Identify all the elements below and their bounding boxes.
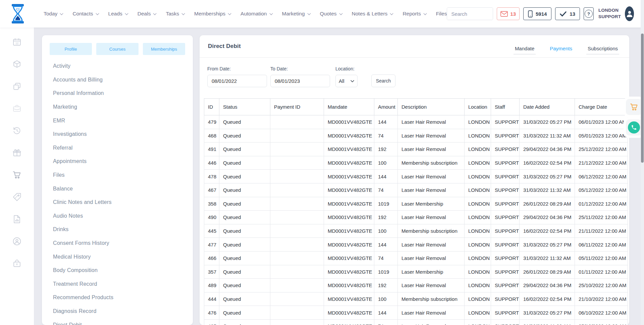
table-cell: Queued bbox=[219, 319, 270, 325]
menu-item-deals[interactable]: Deals bbox=[138, 11, 157, 17]
table-row[interactable]: 468QueuedMD0001VV482GTE74Laser Hair Remo… bbox=[204, 129, 628, 143]
sidebar-item-personal-information[interactable]: Personal Information bbox=[42, 87, 193, 100]
table-row[interactable]: 358QueuedMD0001VV482GTE1019Laser Members… bbox=[204, 197, 628, 211]
table-cell: Laser Hair Removal bbox=[398, 115, 465, 129]
calls-badge[interactable]: 5914 bbox=[523, 7, 551, 20]
table-cell: 144 bbox=[374, 115, 398, 129]
table-row[interactable]: 467QueuedMD0001VV482GTE74Laser Hair Remo… bbox=[204, 183, 628, 197]
table-row[interactable]: 466QueuedMD0001VV482GTE74Laser Hair Remo… bbox=[204, 251, 628, 265]
tab-payments[interactable]: Payments bbox=[548, 46, 574, 54]
rail-pages-icon[interactable] bbox=[0, 75, 34, 97]
tab-subscriptions[interactable]: Subscriptions bbox=[586, 46, 619, 54]
sidebar-item-consent-forms-history[interactable]: Consent Forms History bbox=[42, 236, 193, 250]
rail-cart-icon[interactable] bbox=[0, 164, 34, 186]
cart-button[interactable] bbox=[626, 99, 642, 115]
table-row[interactable]: 444QueuedMD0001VV482GTE100Membership sub… bbox=[204, 292, 628, 306]
table-cell: 29/04/2022 04:36 PM bbox=[520, 143, 575, 156]
table-cell: Membership subscription bbox=[398, 292, 465, 306]
tab-memberships[interactable]: Memberships bbox=[143, 43, 185, 55]
table-row[interactable]: 465QueuedMD0001VV482GTE74Laser Hair Remo… bbox=[204, 319, 628, 325]
menu-item-contacts[interactable]: Contacts bbox=[72, 11, 99, 17]
table-cell: SUPPORT bbox=[491, 292, 520, 306]
location-select[interactable]: All bbox=[335, 75, 358, 87]
table-cell: Membership subscription bbox=[398, 156, 465, 170]
sidebar-item-diagnosis-record[interactable]: Diagnosis Record bbox=[42, 305, 193, 318]
menu-item-today[interactable]: Today bbox=[44, 11, 63, 17]
tasks-badge[interactable]: 13 bbox=[555, 7, 580, 20]
rail-package-icon[interactable] bbox=[0, 53, 34, 75]
user-avatar[interactable] bbox=[625, 6, 634, 21]
scrollbar-thumb[interactable] bbox=[641, 34, 644, 163]
menu-item-tasks[interactable]: Tasks bbox=[166, 11, 185, 17]
sidebar-item-drinks[interactable]: Drinks bbox=[42, 223, 193, 236]
filter-search-button[interactable]: Search bbox=[371, 74, 395, 87]
rail-tag-icon[interactable] bbox=[0, 186, 34, 208]
menu-item-marketing[interactable]: Marketing bbox=[282, 11, 311, 17]
menu-item-quotes[interactable]: Quotes bbox=[320, 11, 343, 17]
table-row[interactable]: 489QueuedMD0001VV482GTE192Laser Hair Rem… bbox=[204, 279, 628, 292]
table-row[interactable]: 446QueuedMD0001VV482GTE100Membership sub… bbox=[204, 156, 628, 170]
page-scrollbar[interactable] bbox=[641, 0, 644, 325]
rail-briefcase-icon[interactable] bbox=[0, 97, 34, 119]
menu-item-files[interactable]: Files bbox=[436, 11, 447, 17]
call-button[interactable] bbox=[626, 119, 642, 136]
sidebar-item-activity[interactable]: Activity bbox=[42, 59, 193, 73]
sidebar-item-treatment-record[interactable]: Treatment Record bbox=[42, 277, 193, 291]
table-cell: 05/12/2022 12:00 AM bbox=[575, 183, 628, 197]
rail-history-icon[interactable] bbox=[0, 119, 34, 142]
sidebar-item-direct-debit[interactable]: Direct Debit bbox=[42, 318, 193, 325]
table-row[interactable]: 490QueuedMD0001VV482GTE192Laser Hair Rem… bbox=[204, 211, 628, 224]
sidebar-item-recommended-products[interactable]: Recommended Products bbox=[42, 291, 193, 305]
sidebar-item-clinic-notes-and-letters[interactable]: Clinic Notes and Letters bbox=[42, 196, 193, 209]
sidebar-item-audio-notes[interactable]: Audio Notes bbox=[42, 209, 193, 223]
table-cell: Laser Hair Removal bbox=[398, 279, 465, 292]
table-header-row: IDStatusPayment IDMandateAmountDescripti… bbox=[204, 99, 628, 115]
sidebar-item-referral[interactable]: Referral bbox=[42, 141, 193, 155]
sidebar-item-appointments[interactable]: Appointments bbox=[42, 155, 193, 168]
tab-profile[interactable]: Profile bbox=[50, 43, 92, 55]
table-cell: 05/11/2022 12:00 AM bbox=[575, 251, 628, 265]
table-row[interactable]: 445QueuedMD0001VV482GTE100Membership sub… bbox=[204, 224, 628, 238]
table-cell: Laser Hair Removal bbox=[398, 170, 465, 183]
table-cell: MD0001VV482GTE bbox=[324, 251, 374, 265]
sidebar-item-balance[interactable]: Balance bbox=[42, 182, 193, 196]
rail-gift-icon[interactable] bbox=[0, 142, 34, 164]
rail-report-icon[interactable] bbox=[0, 208, 34, 230]
table-row[interactable]: 477QueuedMD0001VV482GTE144Laser Hair Rem… bbox=[204, 238, 628, 252]
tab-courses[interactable]: Courses bbox=[96, 43, 139, 55]
messages-badge[interactable]: 13 bbox=[497, 7, 520, 20]
tab-mandate[interactable]: Mandate bbox=[514, 46, 536, 54]
to-date-input[interactable] bbox=[270, 75, 330, 87]
sidebar-item-emr[interactable]: EMR bbox=[42, 114, 193, 127]
table-row[interactable]: 478QueuedMD0001VV482GTE144Laser Hair Rem… bbox=[204, 170, 628, 183]
messages-count: 13 bbox=[510, 11, 516, 17]
rail-case-lock-icon[interactable] bbox=[0, 252, 34, 274]
sidebar-item-files[interactable]: Files bbox=[42, 168, 193, 182]
rail-account-icon[interactable] bbox=[0, 230, 34, 252]
table-cell: Queued bbox=[219, 211, 270, 224]
menu-item-leads[interactable]: Leads bbox=[108, 11, 128, 17]
from-date-input[interactable] bbox=[207, 75, 267, 87]
app-logo-icon[interactable] bbox=[9, 4, 27, 24]
menu-item-memberships[interactable]: Memberships bbox=[194, 11, 231, 17]
table-cell: Queued bbox=[219, 156, 270, 170]
table-row[interactable]: 479QueuedMD0001VV482GTE144Laser Hair Rem… bbox=[204, 115, 628, 129]
table-cell: SUPPORT bbox=[491, 224, 520, 238]
table-cell: LONDON bbox=[465, 143, 491, 156]
sidebar-item-body-composition[interactable]: Body Composition bbox=[42, 264, 193, 277]
sidebar-item-medical-history[interactable]: Medical History bbox=[42, 250, 193, 264]
search-input[interactable] bbox=[447, 8, 493, 20]
table-row[interactable]: 491QueuedMD0001VV482GTE192Laser Hair Rem… bbox=[204, 143, 628, 156]
sidebar-item-marketing[interactable]: Marketing bbox=[42, 100, 193, 114]
help-button[interactable]: ? bbox=[584, 7, 594, 20]
sidebar-item-investigations[interactable]: Investigations bbox=[42, 127, 193, 141]
table-row[interactable]: 357QueuedMD0001VV482GTE1019Laser Members… bbox=[204, 265, 628, 279]
menu-item-reports[interactable]: Reports bbox=[402, 11, 427, 17]
rail-calendar-icon[interactable]: 12 bbox=[0, 31, 34, 53]
table-row[interactable]: 476QueuedMD0001VV482GTE144Laser Hair Rem… bbox=[204, 306, 628, 320]
table-cell: LONDON bbox=[465, 211, 491, 224]
sidebar-item-accounts-and-billing[interactable]: Accounts and Billing bbox=[42, 73, 193, 87]
menu-item-automation[interactable]: Automation bbox=[240, 11, 273, 17]
menu-item-notes-letters[interactable]: Notes & Letters bbox=[352, 11, 394, 17]
table-cell: 31/03/2022 11:32 AM bbox=[520, 319, 575, 325]
